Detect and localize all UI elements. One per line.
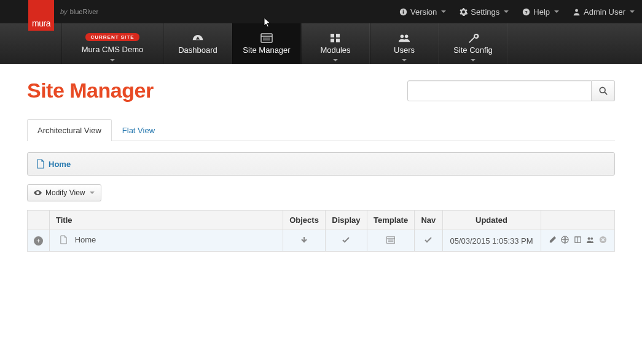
svg-line-17	[605, 92, 607, 95]
svg-point-15	[405, 34, 408, 37]
arrow-down-icon	[300, 236, 308, 244]
history-action[interactable]	[574, 236, 582, 246]
svg-rect-12	[331, 39, 334, 42]
eye-icon	[34, 190, 42, 196]
user-icon	[573, 8, 581, 16]
col-nav: Nav	[415, 211, 442, 230]
nav-modules[interactable]: Modules	[301, 23, 370, 64]
tab-flat-view[interactable]: Flat View	[112, 119, 165, 141]
tab-architectural-view[interactable]: Architectural View	[27, 119, 112, 141]
table-row[interactable]: + Home 05/03/2015 1:05:33 PM	[28, 230, 615, 252]
help-menu[interactable]: ? Help	[522, 7, 559, 17]
svg-point-16	[600, 87, 605, 93]
breadcrumb[interactable]: Home	[27, 152, 615, 176]
version-menu[interactable]: Version	[399, 7, 446, 17]
col-display: Display	[326, 211, 367, 230]
help-icon: ?	[522, 8, 530, 16]
delete-action[interactable]	[599, 236, 607, 246]
cell-updated: 05/03/2015 1:05:33 PM	[442, 230, 541, 252]
check-icon	[424, 236, 433, 244]
cell-display	[326, 230, 367, 252]
content-table: Title Objects Display Template Nav Updat…	[27, 210, 615, 252]
caret-down-icon	[402, 59, 407, 61]
dashboard-icon	[192, 33, 204, 43]
caret-down-icon	[504, 10, 509, 13]
info-icon	[399, 8, 407, 16]
nav-users[interactable]: Users	[370, 23, 439, 64]
users-icon	[398, 33, 410, 43]
expand-icon[interactable]: +	[34, 236, 43, 246]
wrench-icon	[467, 33, 479, 43]
current-site-name: Mura CMS Demo	[82, 45, 143, 54]
main-nav: CURRENT SITE Mura CMS Demo Dashboard Sit…	[0, 23, 642, 64]
cell-template[interactable]	[367, 230, 415, 252]
pencil-icon	[549, 236, 557, 244]
page-icon	[36, 159, 45, 169]
col-updated: Updated	[442, 211, 541, 230]
svg-point-14	[401, 34, 404, 37]
caret-down-icon	[110, 59, 115, 61]
book-icon	[574, 236, 582, 244]
caret-down-icon	[441, 10, 446, 13]
nav-site-config[interactable]: Site Config	[439, 23, 507, 64]
svg-text:?: ?	[525, 9, 528, 15]
nav-current-site[interactable]: CURRENT SITE Mura CMS Demo	[61, 23, 163, 64]
search-icon	[599, 87, 608, 95]
admin-user-menu[interactable]: Admin User	[573, 7, 635, 17]
nav-site-manager[interactable]: Site Manager	[232, 23, 301, 64]
nav-dashboard[interactable]: Dashboard	[163, 23, 232, 64]
svg-rect-13	[336, 39, 340, 42]
cell-objects[interactable]	[283, 230, 326, 252]
view-action[interactable]	[561, 236, 569, 246]
svg-point-24	[591, 238, 593, 240]
site-manager-icon	[260, 33, 273, 43]
caret-down-icon	[333, 59, 338, 61]
modify-view-button[interactable]: Modify View	[27, 184, 101, 201]
caret-down-icon	[554, 10, 559, 13]
permissions-action[interactable]	[586, 236, 594, 246]
globe-icon	[561, 236, 569, 244]
modules-icon	[329, 33, 342, 43]
search-input[interactable]	[407, 80, 592, 101]
current-site-badge: CURRENT SITE	[85, 33, 139, 41]
powered-by: by blueRiver	[60, 8, 98, 15]
check-icon	[342, 236, 350, 244]
mura-logo[interactable]: mura	[28, 0, 54, 31]
svg-rect-2	[403, 9, 404, 10]
col-objects: Objects	[283, 211, 326, 230]
caret-down-icon	[471, 59, 476, 61]
svg-rect-10	[331, 34, 334, 37]
breadcrumb-home: Home	[49, 160, 71, 169]
search-button[interactable]	[592, 80, 615, 101]
caret-down-icon	[630, 10, 635, 13]
cell-nav	[415, 230, 442, 252]
caret-down-icon	[90, 192, 95, 194]
col-template: Template	[367, 211, 415, 230]
page-title: Site Manager	[27, 79, 154, 103]
svg-point-23	[588, 238, 590, 240]
view-tabs: Architectural View Flat View	[27, 118, 615, 141]
gear-icon	[460, 8, 468, 16]
settings-menu[interactable]: Settings	[460, 7, 509, 17]
users-icon	[586, 236, 594, 244]
logo-text: mura	[32, 18, 50, 28]
svg-rect-11	[336, 34, 340, 37]
svg-rect-1	[403, 11, 404, 14]
delete-icon	[599, 236, 607, 244]
row-title: Home	[75, 235, 96, 244]
edit-action[interactable]	[549, 236, 557, 246]
svg-point-5	[575, 9, 578, 12]
col-title: Title	[50, 211, 283, 230]
template-icon	[386, 236, 395, 244]
page-icon	[60, 235, 68, 246]
